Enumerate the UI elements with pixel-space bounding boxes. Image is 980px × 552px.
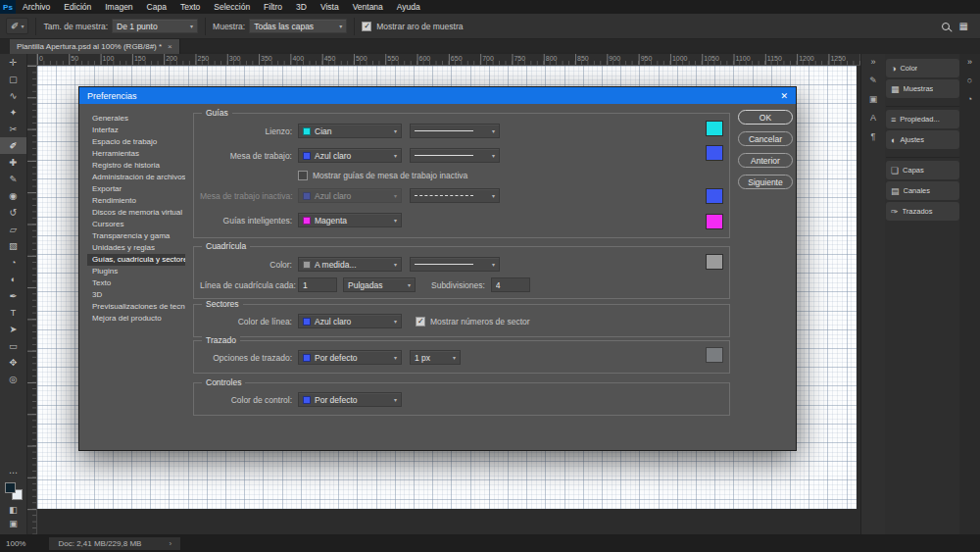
menu-item[interactable]: 3D xyxy=(289,0,314,14)
inactive-artboard-style-dropdown[interactable]: ▾ xyxy=(410,188,500,203)
swatches-panel-button[interactable]: ▦ Muestras xyxy=(886,79,959,98)
marquee-tool[interactable]: ▢ xyxy=(0,71,26,87)
preferences-nav-item[interactable]: Previsualizaciones de tecnología xyxy=(87,301,185,313)
gridline-unit-dropdown[interactable]: Pulgadas▾ xyxy=(343,277,416,292)
preferences-nav-item[interactable]: Discos de memoria virtual xyxy=(87,207,185,219)
menu-item[interactable]: Ayuda xyxy=(390,0,427,14)
show-sample-ring-checkbox[interactable] xyxy=(362,22,371,31)
preferences-nav-item[interactable]: Plugins xyxy=(87,266,185,277)
artboard-guide-color-well[interactable] xyxy=(706,145,723,161)
preferences-nav-item[interactable]: Generales xyxy=(87,113,185,125)
grid-line-style-dropdown[interactable]: ▾ xyxy=(410,257,500,272)
control-color-dropdown[interactable]: Por defecto▾ xyxy=(298,392,402,407)
clone-source-panel-icon[interactable]: ▣ xyxy=(869,94,878,104)
menu-item[interactable]: Imagen xyxy=(98,0,139,14)
path-options-dropdown[interactable]: Por defecto▾ xyxy=(298,350,402,365)
brushes-panel-icon[interactable]: ✎ xyxy=(869,75,877,85)
preferences-nav-item[interactable]: Rendimiento xyxy=(87,195,185,207)
history-panel-icon[interactable]: ◔ xyxy=(967,94,972,104)
preferences-nav-item[interactable]: Exportar xyxy=(87,183,185,195)
channels-panel-button[interactable]: ▤ Canales xyxy=(886,181,959,200)
color-panel-button[interactable]: ◑ Color xyxy=(886,59,959,77)
inactive-artboard-color-well[interactable] xyxy=(706,188,723,204)
edit-toolbar-button[interactable]: ⋯ xyxy=(0,466,26,479)
preferences-nav-item[interactable]: Texto xyxy=(87,277,185,289)
menu-item[interactable]: Selección xyxy=(207,0,257,14)
preferences-nav-item[interactable]: Cursores xyxy=(87,219,185,230)
smart-guides-color-dropdown[interactable]: Magenta▾ xyxy=(298,213,402,227)
preferences-nav-item[interactable]: Interfaz xyxy=(87,125,185,136)
slice-line-color-dropdown[interactable]: Azul claro▾ xyxy=(298,314,402,328)
canvas-guide-color-dropdown[interactable]: Cian▾ xyxy=(298,124,402,138)
search-icon[interactable] xyxy=(942,23,950,30)
menu-item[interactable]: Texto xyxy=(173,0,207,14)
clone-stamp-tool[interactable]: ◉ xyxy=(0,187,26,204)
document-tab[interactable]: Plantilla Apertura.psd al 100% (RGB/8#) … xyxy=(10,39,180,54)
lasso-tool[interactable]: ∿ xyxy=(0,87,26,104)
screen-mode-button[interactable]: ▣ xyxy=(0,517,26,530)
grid-color-dropdown[interactable]: A medida...▾ xyxy=(298,257,402,272)
healing-brush-tool[interactable]: ✚ xyxy=(0,154,26,171)
artboard-guide-color-dropdown[interactable]: Azul claro▾ xyxy=(298,148,402,163)
menu-item[interactable]: Archivo xyxy=(16,0,57,14)
history-brush-tool[interactable]: ↺ xyxy=(0,204,26,221)
move-tool[interactable]: ✛ xyxy=(0,54,26,71)
next-button[interactable]: Siguiente xyxy=(738,175,793,189)
sample-size-dropdown[interactable]: De 1 punto▾ xyxy=(112,19,198,33)
preferences-nav-item[interactable]: Registro de historia xyxy=(87,160,185,172)
paths-panel-button[interactable]: ✑ Trazados xyxy=(886,202,959,221)
menu-item[interactable]: Vista xyxy=(314,0,346,14)
close-tab-icon[interactable]: × xyxy=(168,42,172,51)
preferences-nav-item[interactable]: Espacio de trabajo xyxy=(87,136,185,148)
ok-button[interactable]: OK xyxy=(738,110,793,125)
menu-item[interactable]: Filtro xyxy=(257,0,289,14)
artboard-guide-style-dropdown[interactable]: ▾ xyxy=(410,148,500,163)
libraries-panel-icon[interactable]: ○ xyxy=(967,75,972,85)
crop-tool[interactable]: ✂ xyxy=(0,121,26,137)
layers-panel-button[interactable]: ❏ Capas xyxy=(886,161,959,179)
status-options-chevron-icon[interactable]: › xyxy=(169,539,172,548)
menu-item[interactable]: Capa xyxy=(140,0,173,14)
menu-item[interactable]: Ventana xyxy=(346,0,390,14)
workspace-icon[interactable]: ▦ xyxy=(959,21,968,31)
foreground-color-swatch[interactable] xyxy=(5,482,16,493)
dodge-tool[interactable]: ◐ xyxy=(0,271,26,287)
properties-panel-button[interactable]: ≡ Propiedad... xyxy=(886,110,959,128)
preferences-nav-item[interactable]: Mejora del producto xyxy=(87,313,185,325)
paragraph-panel-icon[interactable]: ¶ xyxy=(871,131,876,141)
gradient-tool[interactable]: ▧ xyxy=(0,237,26,254)
hand-tool[interactable]: ✥ xyxy=(0,354,26,371)
sample-layers-dropdown[interactable]: Todas las capas▾ xyxy=(249,19,347,33)
type-tool[interactable]: T xyxy=(0,304,26,321)
quick-mask-button[interactable]: ◧ xyxy=(0,503,26,517)
canvas-guide-color-well[interactable] xyxy=(706,121,723,136)
gridline-every-input[interactable] xyxy=(298,277,337,292)
zoom-level-field[interactable]: 100% xyxy=(6,539,25,548)
shape-tool[interactable]: ▭ xyxy=(0,337,26,354)
blur-tool[interactable]: ◔ xyxy=(0,254,26,271)
grid-color-well[interactable] xyxy=(706,254,723,270)
menu-item[interactable]: Edición xyxy=(57,0,98,14)
eyedropper-tool[interactable]: ✐ xyxy=(0,137,26,154)
path-selection-tool[interactable]: ➤ xyxy=(0,321,26,337)
preferences-nav-item[interactable]: Guías, cuadrícula y sectores xyxy=(87,254,185,266)
cancel-button[interactable]: Cancelar xyxy=(738,131,793,146)
show-inactive-artboard-guides-checkbox[interactable] xyxy=(298,171,308,180)
smart-guides-color-well[interactable] xyxy=(706,214,723,229)
pen-tool[interactable]: ✒ xyxy=(0,287,26,304)
show-slice-numbers-checkbox[interactable] xyxy=(416,317,425,326)
dialog-title-bar[interactable]: Preferencias ✕ xyxy=(79,87,796,104)
character-panel-icon[interactable]: A xyxy=(870,113,876,123)
close-dialog-icon[interactable]: ✕ xyxy=(780,91,788,101)
foreground-background-colors[interactable] xyxy=(5,482,23,500)
preferences-nav-item[interactable]: Transparencia y gama xyxy=(87,230,185,242)
subdivisions-input[interactable] xyxy=(491,277,530,292)
expand-panels-icon[interactable]: » xyxy=(967,57,972,67)
canvas-guide-style-dropdown[interactable]: ▾ xyxy=(410,124,500,138)
adjustments-panel-button[interactable]: ◐ Ajustes xyxy=(886,130,959,149)
preferences-nav-item[interactable]: 3D xyxy=(87,289,185,301)
magic-wand-tool[interactable]: ✦ xyxy=(0,104,26,121)
zoom-tool[interactable]: ◎ xyxy=(0,371,26,387)
brush-tool[interactable]: ✎ xyxy=(0,171,26,187)
previous-button[interactable]: Anterior xyxy=(738,153,793,168)
